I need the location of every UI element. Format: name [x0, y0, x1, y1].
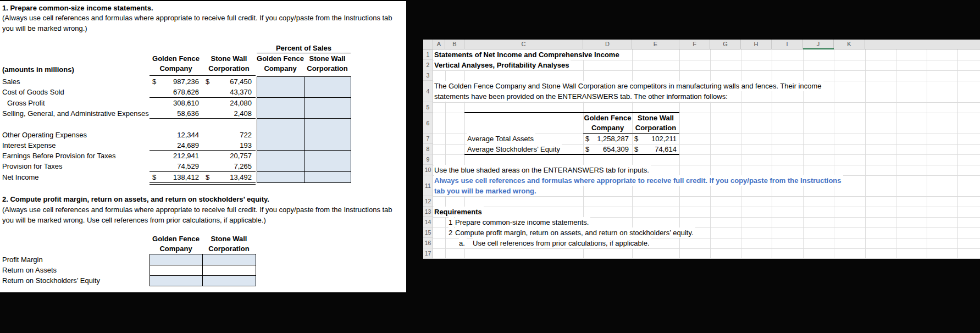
gridline: [957, 49, 958, 259]
row-header-12[interactable]: 12: [423, 196, 433, 207]
amount-value: 654,309: [603, 144, 629, 154]
row-header-1[interactable]: 1: [423, 49, 433, 60]
instructions-worksheet[interactable]: A B C D E F G H I J K 1 2 3 4 5 6 7 8 9 …: [423, 40, 980, 259]
column-header-a[interactable]: A: [433, 40, 445, 49]
return-on-assets-label: Return on Assets: [2, 265, 57, 275]
rule: [150, 150, 256, 151]
enteranswers-worksheet: 1. Prepare common-size income statements…: [0, 0, 406, 293]
row-header-14[interactable]: 14: [423, 217, 433, 227]
amount-value: 13,492: [230, 172, 252, 182]
column-header-i[interactable]: I: [772, 40, 803, 49]
warning-line2: tab you will be marked wrong.: [434, 186, 538, 196]
gridline: [433, 102, 980, 103]
sheet-title-line1: Statements of Net Income and Comprehensi…: [434, 49, 621, 60]
amount-cell: 678,626: [152, 87, 199, 97]
return-on-stockholders-equity-golden-fence-cell[interactable]: [150, 275, 202, 286]
row-label: Earnings Before Provision for Taxes: [2, 151, 115, 161]
requirement-text: Compute profit margin, return on assets,…: [455, 227, 695, 238]
amount-value: 722: [240, 130, 252, 140]
row-header-5[interactable]: 5: [423, 102, 433, 113]
select-all-corner[interactable]: [423, 40, 433, 49]
row-label: Other Operating Expenses: [2, 130, 87, 140]
amount-value: 58,636: [177, 108, 199, 119]
row-label: Sales: [2, 76, 20, 87]
profit-margin-stone-wall-cell[interactable]: [203, 254, 256, 265]
amount-value: 212,941: [173, 151, 199, 161]
section2-note-line2: you will be marked wrong. Use cell refer…: [2, 215, 266, 225]
column-header-golden-fence: Golden Fence Company: [150, 54, 202, 74]
row-header-13[interactable]: 13: [423, 207, 433, 217]
column-header-g[interactable]: G: [710, 40, 741, 49]
table-row-other-operating-expenses: Other Operating Expenses 12,344 722: [0, 130, 406, 140]
table-row-gross-profit: Gross Profit 308,610 24,080: [0, 98, 406, 108]
sheet-title-line2: Vertical Analyses, Profitability Analyse…: [434, 60, 571, 70]
column-header-e[interactable]: E: [632, 40, 679, 49]
info-column-header: Corporation: [632, 123, 679, 133]
amount-value: 987,236: [173, 76, 199, 87]
row-header-4[interactable]: 4: [423, 81, 433, 102]
return-on-assets-golden-fence-cell[interactable]: [150, 265, 202, 275]
column-header-k[interactable]: K: [834, 40, 865, 49]
table-row-net-income: Net Income $138,412 $13,492: [0, 172, 406, 182]
requirement-text: Use cell references from prior calculati…: [473, 238, 651, 248]
column-header-line2: Corporation: [202, 244, 256, 254]
column-header-d[interactable]: D: [583, 40, 632, 49]
row-label: Provision for Taxes: [2, 161, 63, 171]
column-header-line2: Corporation: [304, 64, 351, 74]
divider: [202, 254, 203, 286]
row-header-17[interactable]: 17: [423, 248, 433, 259]
row-header-6[interactable]: 6: [423, 113, 433, 134]
row-header-7[interactable]: 7: [423, 134, 433, 144]
row-header-3[interactable]: 3: [423, 70, 433, 81]
info-amount-cell: $74,614: [634, 144, 677, 154]
return-on-assets-stone-wall-cell[interactable]: [203, 265, 256, 275]
section1-title: 1. Prepare common-size income statements…: [2, 3, 153, 13]
column-header-h[interactable]: H: [741, 40, 772, 49]
gridline: [927, 49, 927, 259]
ratios-input-area: [150, 254, 256, 286]
gridline: [433, 70, 980, 71]
requirement-number: 1: [449, 217, 454, 227]
table-header-underline: [583, 133, 679, 134]
amount-value: 193: [240, 140, 252, 151]
column-header-b[interactable]: B: [445, 40, 464, 49]
return-on-stockholders-equity-stone-wall-cell[interactable]: [203, 275, 256, 286]
column-header-line2: Corporation: [202, 64, 256, 74]
requirement-text: Prepare common-size income statements.: [455, 217, 590, 227]
amount-cell: 24,689: [152, 140, 199, 151]
column-header-line1: Stone Wall: [202, 234, 256, 244]
amount-value: 24,080: [230, 98, 252, 108]
requirements-title: Requirements: [434, 207, 484, 217]
column-header-percent-stone-wall: Stone Wall Corporation: [304, 54, 351, 74]
amount-cell: $138,412: [152, 172, 199, 182]
row-header-9[interactable]: 9: [423, 154, 433, 165]
amount-cell: $13,492: [206, 172, 252, 182]
rule: [150, 75, 256, 76]
row-header-11[interactable]: 11: [423, 175, 433, 196]
row-header-2[interactable]: 2: [423, 60, 433, 70]
ratio-column-header-golden-fence: Golden Fence Company: [150, 234, 202, 254]
amount-cell: 43,370: [206, 87, 252, 97]
column-header-f[interactable]: F: [679, 40, 710, 49]
profit-margin-golden-fence-cell[interactable]: [150, 254, 202, 265]
row-label: Gross Profit: [7, 98, 45, 108]
info-amount-cell: $654,309: [585, 144, 629, 154]
table-border-top: [464, 112, 679, 113]
column-header-line1: Stone Wall: [304, 54, 351, 64]
warning-line1: Always use cell references and formulas …: [434, 175, 843, 186]
row-header-15[interactable]: 15: [423, 227, 433, 238]
amount-cell: 58,636: [152, 108, 199, 119]
intro-line2: statements have been provided on the ENT…: [434, 91, 729, 102]
amount-cell: 308,610: [152, 98, 199, 108]
currency-symbol: $: [152, 172, 156, 182]
row-header-10[interactable]: 10: [423, 165, 433, 175]
amount-value: 7,265: [234, 161, 252, 171]
currency-symbol: $: [206, 76, 209, 87]
column-header-c[interactable]: C: [464, 40, 583, 49]
row-header-16[interactable]: 16: [423, 238, 433, 248]
currency-symbol: $: [634, 134, 638, 144]
amount-cell: 722: [206, 130, 252, 140]
requirement-number: 2: [449, 227, 454, 238]
gridline: [433, 248, 980, 249]
row-header-8[interactable]: 8: [423, 144, 433, 154]
